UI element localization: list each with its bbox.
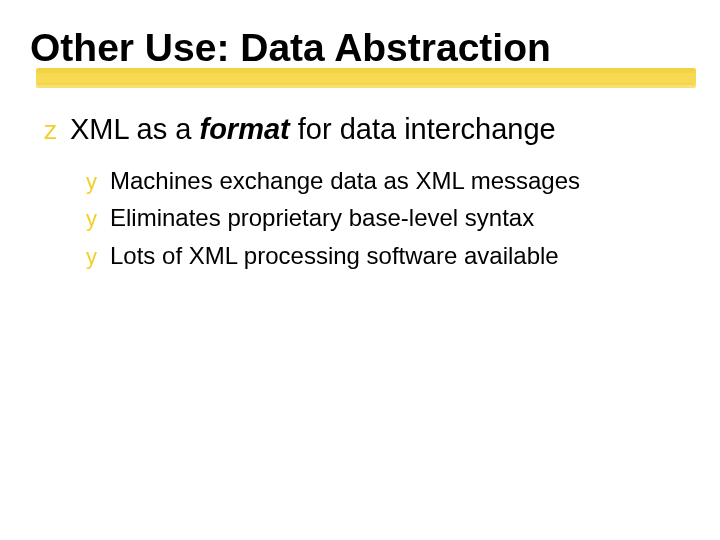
slide-body: z XML as a format for data interchange y… bbox=[30, 111, 690, 271]
y-bullet-icon: y bbox=[86, 246, 110, 268]
bullet-level1-text: XML as a format for data interchange bbox=[70, 111, 556, 147]
y-bullet-icon: y bbox=[86, 208, 110, 230]
bullet-level2: y Machines exchange data as XML messages bbox=[86, 165, 690, 196]
bullet-level2: y Eliminates proprietary base-level synt… bbox=[86, 202, 690, 233]
slide: Other Use: Data Abstraction z XML as a f… bbox=[0, 0, 720, 540]
title-block: Other Use: Data Abstraction bbox=[30, 28, 690, 91]
l1-suffix: for data interchange bbox=[290, 113, 556, 145]
title-underline bbox=[36, 71, 696, 85]
slide-title: Other Use: Data Abstraction bbox=[30, 28, 690, 69]
bullet-level2-text: Eliminates proprietary base-level syntax bbox=[110, 202, 534, 233]
bullet-level2-text: Machines exchange data as XML messages bbox=[110, 165, 580, 196]
y-bullet-icon: y bbox=[86, 171, 110, 193]
bullet-level2-text: Lots of XML processing software availabl… bbox=[110, 240, 559, 271]
bullet-level1: z XML as a format for data interchange bbox=[44, 111, 690, 147]
bullet-level2: y Lots of XML processing software availa… bbox=[86, 240, 690, 271]
l1-emph: format bbox=[199, 113, 289, 145]
l1-prefix: XML as a bbox=[70, 113, 199, 145]
sub-bullets: y Machines exchange data as XML messages… bbox=[44, 165, 690, 271]
z-bullet-icon: z bbox=[44, 117, 70, 143]
